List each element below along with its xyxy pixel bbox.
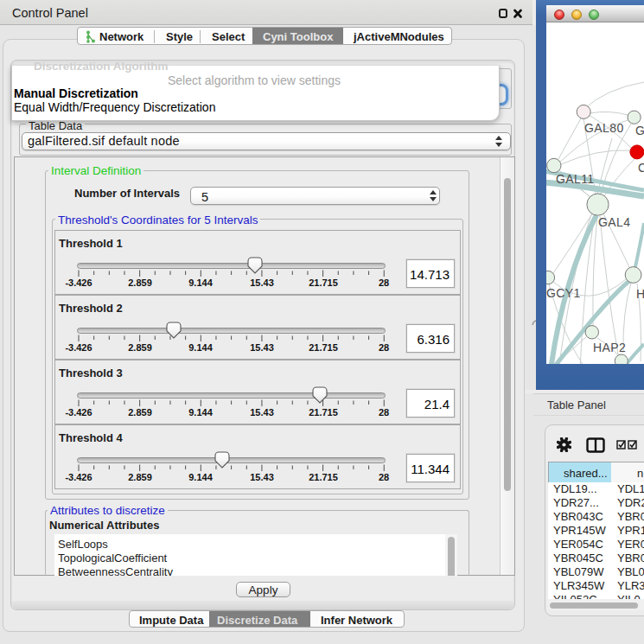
svg-text:GAL11: GAL11 — [556, 172, 595, 186]
svg-text:GAL80: GAL80 — [584, 121, 624, 135]
svg-text:H: H — [636, 287, 644, 301]
svg-text:GA: GA — [635, 124, 644, 137]
svg-text:C: C — [638, 161, 644, 175]
svg-text:HAP2: HAP2 — [593, 341, 626, 354]
svg-text:GAL4: GAL4 — [598, 215, 630, 229]
svg-text:GCY1: GCY1 — [546, 286, 581, 300]
